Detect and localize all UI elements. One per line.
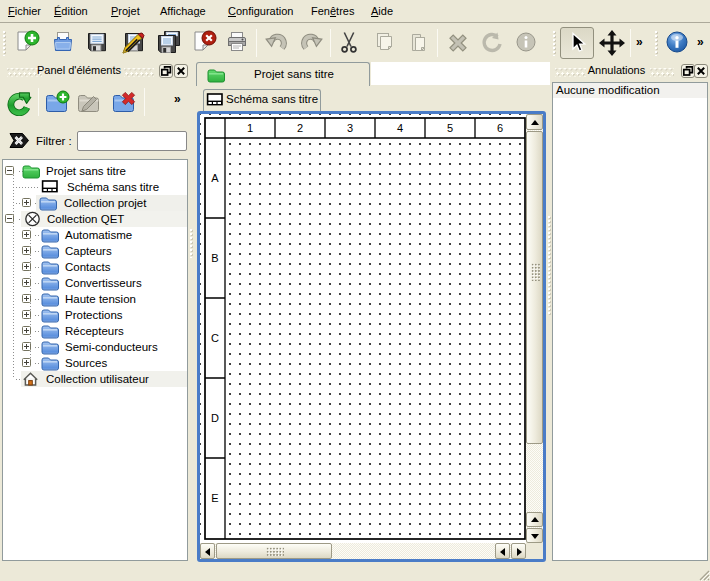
svg-text:B: B: [211, 252, 218, 264]
svg-text:3: 3: [346, 122, 352, 134]
svg-text:C: C: [211, 332, 219, 344]
svg-text:6: 6: [496, 122, 502, 134]
svg-text:5: 5: [446, 122, 452, 134]
svg-text:4: 4: [396, 122, 402, 134]
svg-text:D: D: [211, 412, 219, 424]
svg-text:2: 2: [296, 122, 302, 134]
svg-text:E: E: [211, 492, 218, 504]
svg-text:1: 1: [246, 122, 252, 134]
svg-text:A: A: [211, 172, 219, 184]
